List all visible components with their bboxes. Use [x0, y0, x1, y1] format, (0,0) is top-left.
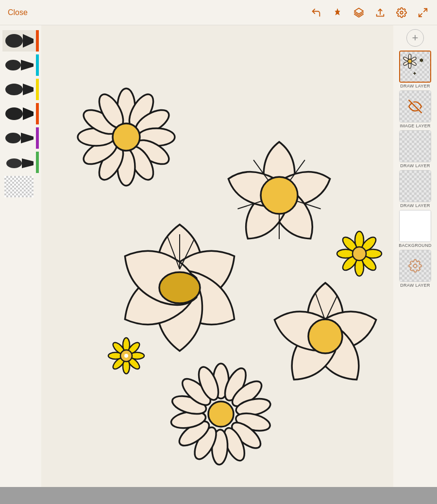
layer-label-draw-4: DRAW LAYER — [400, 283, 430, 288]
svg-point-97 — [414, 264, 417, 268]
svg-point-83 — [408, 59, 412, 63]
svg-point-61 — [124, 354, 128, 358]
svg-marker-6 — [23, 34, 34, 48]
svg-point-35 — [261, 177, 298, 214]
svg-point-76 — [208, 401, 234, 427]
svg-marker-14 — [21, 133, 34, 143]
layer-label-draw-1: DRAW LAYER — [400, 84, 430, 88]
svg-point-15 — [6, 158, 22, 168]
layers-icon[interactable] — [353, 6, 365, 19]
layer-label-background: BACKGROUND — [399, 243, 432, 248]
svg-point-77 — [408, 54, 411, 59]
svg-line-4 — [419, 13, 422, 16]
layer-thumb-draw-2 — [399, 130, 431, 162]
svg-point-11 — [5, 107, 23, 120]
canvas-area[interactable] — [41, 25, 393, 487]
brush-item-2[interactable] — [2, 54, 39, 76]
topbar-left: Close — [8, 8, 28, 17]
layer-thumb-draw-4 — [399, 250, 431, 282]
svg-marker-8 — [21, 60, 34, 70]
svg-point-90 — [421, 60, 422, 61]
layer-thumb-image — [399, 90, 431, 122]
svg-point-29 — [113, 123, 140, 151]
layer-item-draw-2[interactable]: DRAW LAYER — [399, 130, 431, 168]
brush-icon[interactable] — [331, 6, 344, 19]
svg-point-39 — [159, 272, 200, 303]
layer-label-image: IMAGE LAYER — [400, 123, 431, 128]
svg-point-95 — [414, 73, 415, 74]
layer-item-draw-4[interactable]: DRAW LAYER — [399, 250, 431, 288]
layer-label-draw-2: DRAW LAYER — [400, 163, 430, 168]
brush-item-6[interactable] — [2, 152, 39, 173]
close-button[interactable]: Close — [8, 8, 28, 17]
brush-item-3[interactable] — [2, 79, 39, 100]
svg-point-51 — [353, 247, 366, 261]
settings-icon[interactable] — [395, 6, 408, 19]
share-icon[interactable] — [374, 6, 387, 19]
layer-thumb-draw-1 — [399, 51, 431, 83]
svg-point-2 — [400, 11, 403, 14]
svg-point-9 — [5, 84, 23, 95]
layer-item-image[interactable]: IMAGE LAYER — [399, 90, 431, 128]
add-layer-button[interactable]: + — [406, 29, 424, 47]
brush-item-1[interactable] — [2, 30, 39, 52]
topbar-right — [310, 6, 429, 19]
layer-label-draw-3: DRAW LAYER — [400, 203, 430, 208]
svg-point-80 — [408, 63, 411, 69]
svg-point-5 — [5, 34, 23, 48]
layers-panel: + — [393, 25, 437, 487]
svg-marker-12 — [23, 107, 34, 120]
svg-line-3 — [424, 8, 427, 11]
brush-item-4[interactable] — [2, 103, 39, 124]
svg-point-42 — [308, 319, 342, 353]
expand-icon[interactable] — [417, 6, 429, 19]
brush-panel — [0, 25, 41, 487]
svg-point-13 — [5, 133, 21, 143]
bottombar — [0, 487, 437, 504]
svg-marker-16 — [22, 158, 34, 168]
layer-item-background[interactable]: BACKGROUND — [399, 210, 432, 248]
undo-icon[interactable] — [310, 6, 322, 19]
layer-item-draw-3[interactable]: DRAW LAYER — [399, 170, 431, 208]
svg-point-7 — [5, 60, 21, 70]
layer-thumb-background — [399, 210, 431, 242]
topbar: Close — [0, 0, 437, 25]
svg-marker-10 — [23, 84, 34, 95]
brush-item-checker[interactable] — [2, 176, 39, 197]
layer-item-draw-1[interactable]: DRAW LAYER — [399, 51, 431, 88]
layer-thumb-draw-3 — [399, 170, 431, 202]
brush-item-5[interactable] — [2, 127, 39, 149]
